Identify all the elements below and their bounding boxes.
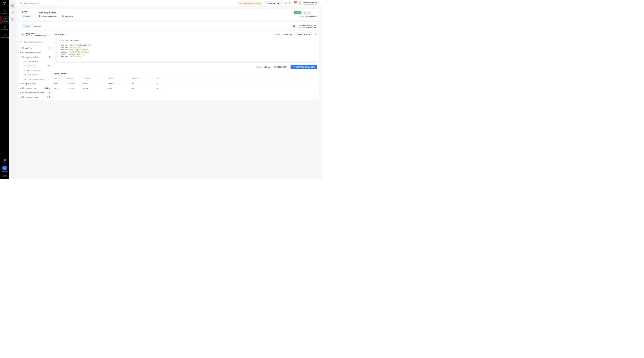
dest-name: Salesforce (65, 15, 73, 17)
info-icon[interactable]: i (65, 33, 67, 35)
cell: M (130, 86, 155, 91)
user-menu[interactable]: Jerome Williamson willi.jerome@green.com (298, 1, 319, 5)
mg-icon (49, 96, 50, 98)
settings-icon[interactable] (284, 2, 287, 5)
tab-query[interactable]: QUERY (22, 24, 32, 28)
nav-label-warehouses: WAREHOUSES (0, 37, 9, 39)
col-header: emp_no (52, 76, 66, 81)
cell: M (155, 81, 164, 86)
svg-rect-34 (22, 97, 24, 98)
column-label: _hevo_recovered_new (26, 69, 41, 71)
help-icon[interactable] (289, 2, 291, 5)
table-row[interactable]: ▶ agent_new_feb (18, 82, 52, 86)
save-query-button[interactable]: VALIDATE & SAVE QUERY (290, 65, 317, 69)
table-label: categories_updates (25, 56, 39, 58)
chevron-icon: ▼ (20, 56, 22, 58)
schedule-call-button[interactable]: SCHEDULE CALL (264, 1, 282, 5)
topbar: TRIAL EXPIRES IN 13 DAYS SCHEDULE CALL +… (16, 0, 322, 7)
mg-icon (49, 92, 50, 94)
info-icon[interactable]: i (67, 73, 68, 75)
kebab-icon[interactable]: ⋮ (313, 12, 317, 14)
pause-icon (304, 12, 306, 14)
nav-item-transform[interactable]: TRANSFORM (0, 24, 9, 32)
table-row[interactable]: ▶ new_registered_categories (18, 90, 52, 95)
table-row[interactable]: ▶ agent_bio (18, 46, 52, 50)
salesforce-icon (62, 15, 64, 17)
column-row[interactable]: abc _hevo_categories_new_in... (18, 77, 52, 82)
search-input[interactable] (24, 2, 62, 4)
cell: Wilson (106, 86, 130, 91)
svg-point-27 (20, 41, 22, 42)
play-icon (274, 66, 276, 68)
info-icon[interactable]: i (35, 33, 37, 35)
nav-label-transform: TRANSFORM (1, 29, 8, 31)
svg-point-12 (4, 167, 5, 168)
tree-list: ▶ agent_bio ▶ departments_unsorted ▼ cat… (18, 45, 52, 100)
svg-point-9 (5, 26, 6, 27)
rail-item-log[interactable]: LOG (10, 17, 15, 22)
nav-label-activate: ACTIVATE (2, 21, 8, 22)
pause-label: PAUSE (306, 12, 310, 14)
pause-button[interactable]: PAUSE (302, 12, 312, 15)
cell: 1005 (52, 81, 66, 86)
save-label: VALIDATE & SAVE QUERY (295, 66, 315, 68)
svg-rect-28 (22, 48, 24, 49)
rail-item-1[interactable] (10, 3, 15, 8)
run-label: Run time: (256, 66, 263, 68)
calendar-icon (266, 2, 268, 4)
cell: M (130, 81, 155, 86)
nav-label-docs: DOCS (3, 162, 6, 163)
chevron-icon: ▶ (20, 83, 22, 85)
trial-badge[interactable]: TRIAL EXPIRES IN 13 DAYS (238, 1, 262, 5)
col-header: last (155, 76, 164, 81)
table-row[interactable]: ▶ departments_unsorted (18, 50, 52, 55)
table-row[interactable]: ▶ campaign_regsf+2 (18, 86, 52, 90)
column-row[interactable]: O _hevo_recovered_new (18, 68, 52, 73)
nav-item-docs[interactable]: DOCS (0, 159, 9, 163)
query-history-button[interactable]: QUERY HISTORY (294, 33, 312, 36)
refresh-icon[interactable] (48, 35, 49, 36)
expand-icon[interactable] (315, 73, 317, 75)
col-header: first name (81, 76, 106, 81)
nav-item-pipelines[interactable]: PIPELINES (0, 8, 9, 16)
svg-rect-13 (12, 5, 14, 6)
nav-item-activate[interactable]: ACTIVATE (0, 16, 9, 24)
svg-point-10 (4, 28, 5, 28)
dest-title: recs_new_updated_list (298, 24, 316, 27)
table-label: new_registered_categories (25, 92, 44, 94)
tab-mapping[interactable]: MAPPING (32, 24, 43, 28)
clock-icon (239, 2, 241, 4)
gd-icon (47, 96, 48, 98)
tree-search-input[interactable] (24, 41, 50, 43)
salesforce-logo (292, 24, 296, 29)
table-label: agent_bio (25, 47, 32, 49)
gd-icon (44, 87, 46, 89)
svg-point-25 (293, 26, 295, 27)
logo-icon[interactable] (3, 2, 6, 5)
search[interactable] (18, 1, 64, 5)
column-row[interactable]: abc _hevo_resources (18, 59, 52, 64)
version: v1.38 (2, 175, 7, 177)
sql-editor[interactable]: 123456789 CREATE TABLE employees ( emp_n… (54, 38, 317, 62)
test-query-button[interactable]: TEST QUERY (272, 65, 289, 69)
column-row[interactable]: # _hevo_daily_r... PK (18, 64, 52, 68)
table-label: agent_new_feb (25, 83, 36, 85)
svg-point-0 (3, 2, 4, 3)
globe-icon (49, 56, 50, 58)
table-row[interactable]: ▶ campaign_registeres (18, 95, 52, 99)
nav-item-warehouses[interactable]: WAREHOUSES (0, 32, 9, 40)
tree-title: BigQ-Zoom (26, 33, 34, 35)
live-chat[interactable]: LIVE CHAT (2, 166, 8, 173)
column-row[interactable]: 123 _hevo_updates_ne... (18, 73, 52, 77)
expand-icon[interactable] (315, 33, 317, 35)
tree-search[interactable] (18, 39, 52, 45)
type-tag: 123 (24, 74, 26, 76)
bell-icon[interactable]: +99 (293, 2, 296, 5)
table-row[interactable]: ▼ categories_updates (18, 55, 52, 59)
test-label: TEST QUERY (277, 66, 287, 68)
history-icon (296, 33, 297, 35)
svg-point-1 (4, 2, 5, 3)
gd-icon (49, 47, 50, 49)
rail-item-history[interactable] (10, 10, 15, 15)
edit-icon[interactable] (58, 12, 59, 14)
